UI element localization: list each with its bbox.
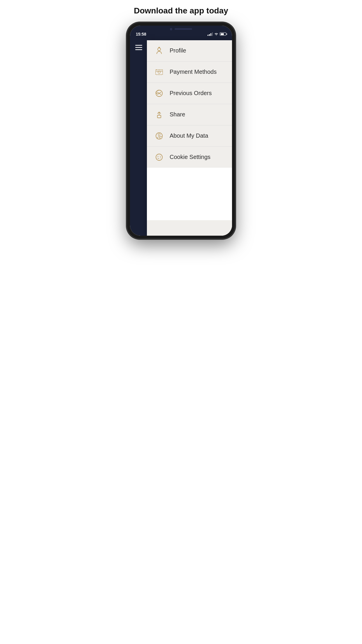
menu-item-profile[interactable]: Profile [147,40,232,62]
camera-dot [170,28,172,30]
svg-point-20 [160,156,161,157]
menu-item-payment-methods[interactable]: Payment Methods [147,62,232,83]
svg-rect-4 [156,70,163,75]
app-content: £4.10 £4.99 £11.00 £15.50 £13.00 £0.50 £… [130,40,232,236]
drawer-bottom-area [147,168,232,220]
speaker-bar [175,28,192,30]
menu-item-previous-orders[interactable]: Previous Orders [147,83,232,104]
left-sidebar [130,40,147,236]
profile-label: Profile [170,47,186,54]
menu-item-about-my-data[interactable]: i About My Data [147,125,232,147]
svg-point-16 [160,156,160,156]
svg-point-14 [156,154,162,160]
status-icons [208,32,226,36]
payment-methods-label: Payment Methods [170,69,217,75]
svg-point-17 [158,158,159,159]
profile-icon [154,46,164,56]
menu-item-cookie-settings[interactable]: Cookie Settings [147,147,232,168]
phone-frame: 15:58 [127,23,235,239]
svg-point-15 [158,156,159,157]
svg-rect-2 [135,49,142,50]
signal-icon [208,32,213,36]
status-time: 15:58 [136,32,146,36]
svg-point-19 [157,158,158,158]
about-my-data-label: About My Data [170,132,208,139]
data-icon: i [154,131,164,141]
svg-rect-8 [157,115,161,118]
payment-icon [154,67,164,77]
wifi-icon [214,32,218,36]
orders-icon [154,88,164,99]
svg-rect-1 [135,47,142,48]
battery-icon [220,32,226,36]
status-bar: 15:58 [130,26,232,40]
share-icon [154,109,164,120]
cookie-settings-label: Cookie Settings [170,154,210,160]
share-label: Share [170,111,185,118]
hamburger-button[interactable] [135,45,142,52]
phone-screen: 15:58 [130,26,232,236]
notch-camera [170,28,192,30]
svg-point-18 [160,158,161,158]
menu-item-share[interactable]: Share [147,104,232,125]
page-wrapper: Download the app today 15:58 [121,0,241,239]
drawer-menu: Profile Payment Methods [147,40,232,168]
svg-point-11 [158,134,160,136]
navigation-drawer: Profile Payment Methods [147,40,232,236]
page-title: Download the app today [128,6,234,16]
previous-orders-label: Previous Orders [170,90,212,97]
svg-rect-0 [135,45,142,46]
cookie-icon [154,152,164,162]
